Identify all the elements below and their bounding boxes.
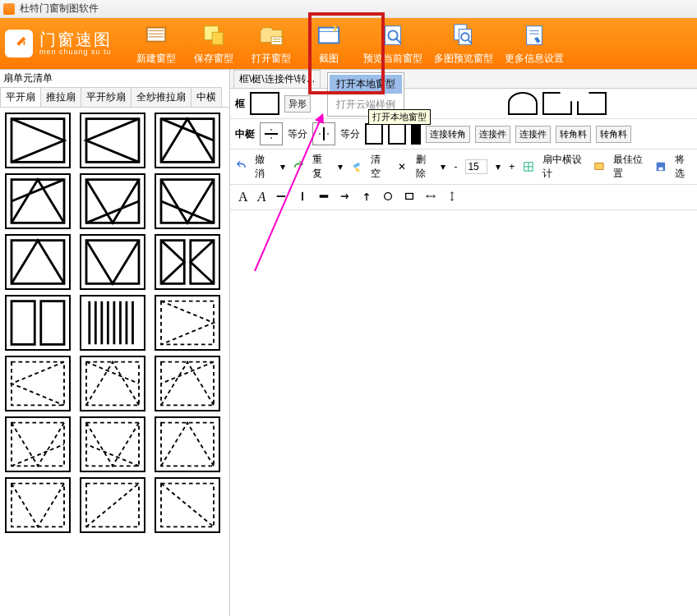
- shape-dash-diag[interactable]: [80, 477, 145, 533]
- arrow-vert[interactable]: [361, 191, 372, 205]
- shan-design-icon[interactable]: [523, 160, 534, 173]
- shape-tilt-left[interactable]: [155, 113, 220, 168]
- draw-toolbar: A A: [230, 185, 697, 210]
- shape-tilt-down2[interactable]: [155, 173, 220, 229]
- shape-tilt-down[interactable]: [80, 173, 145, 229]
- connector-button[interactable]: 连接件: [475, 126, 510, 143]
- tab-quan-sha[interactable]: 全纱推拉扇: [131, 87, 192, 107]
- brand-logo: 门窗速图 men chuang su tu: [5, 30, 112, 57]
- save-window-button[interactable]: 保存窗型: [191, 22, 237, 66]
- svg-rect-34: [595, 163, 603, 170]
- mullion-bar[interactable]: [411, 123, 421, 145]
- mullion-vert[interactable]: [312, 122, 335, 145]
- shape-slats[interactable]: [80, 295, 145, 351]
- right-tab-frame[interactable]: 框\梃\连接件\转...: [233, 70, 321, 88]
- best-pos-icon[interactable]: [593, 160, 605, 173]
- canvas[interactable]: [230, 210, 697, 616]
- undo-label[interactable]: 撤消: [255, 153, 272, 181]
- tab-ping-kai[interactable]: 平开扇: [0, 87, 41, 107]
- mullion-sample1[interactable]: [365, 123, 383, 145]
- shape-tilt-right[interactable]: [5, 173, 71, 229]
- shape-dash-down[interactable]: [5, 477, 71, 533]
- menu-open-local[interactable]: 打开本地窗型: [330, 75, 402, 94]
- frame-yixing-button[interactable]: 异形: [284, 95, 311, 113]
- svg-rect-36: [659, 168, 663, 170]
- shape-dash-diag2[interactable]: [155, 477, 220, 533]
- svg-rect-24: [12, 362, 64, 406]
- connect-corner-button[interactable]: 连接转角: [426, 126, 470, 143]
- text-Ai-button[interactable]: A: [258, 190, 266, 205]
- shape-vertical-slat[interactable]: [5, 295, 71, 351]
- arrow-horiz[interactable]: [339, 191, 351, 205]
- corner-material-button[interactable]: 转角料: [556, 126, 591, 143]
- best-pos-label[interactable]: 最佳位置: [613, 153, 648, 181]
- frame-trapezoid-right[interactable]: [473, 92, 503, 115]
- redo-icon[interactable]: [293, 160, 305, 173]
- mullion-equal1[interactable]: 等分: [288, 127, 307, 141]
- shape-left-open[interactable]: [5, 113, 71, 168]
- rect-tool[interactable]: [404, 191, 415, 205]
- line-solid[interactable]: [275, 191, 287, 205]
- shape-dash-up[interactable]: [155, 416, 220, 472]
- mullion-sample2[interactable]: [388, 123, 406, 145]
- brand-name-cn: 门窗速图: [39, 30, 112, 48]
- svg-rect-20: [191, 241, 214, 284]
- save-icon2[interactable]: [655, 160, 667, 173]
- svg-rect-21: [12, 301, 35, 345]
- frame-Lshape[interactable]: [542, 92, 572, 115]
- svg-rect-38: [406, 193, 413, 199]
- arrow-both[interactable]: [425, 191, 436, 205]
- text-A-button[interactable]: A: [238, 190, 248, 205]
- open-window-button[interactable]: 打开窗型: [248, 22, 294, 66]
- clear-icon[interactable]: [351, 160, 362, 173]
- tab-sha[interactable]: 平开纱扇: [81, 87, 132, 107]
- shape-hinge2[interactable]: [80, 234, 145, 290]
- more-settings-button[interactable]: 更多信息设置: [505, 22, 564, 66]
- svg-rect-0: [147, 27, 166, 41]
- svg-point-37: [385, 192, 392, 200]
- svg-rect-30: [12, 484, 64, 527]
- delete-icon[interactable]: ✕: [396, 160, 408, 173]
- shape-right-open[interactable]: [80, 113, 145, 168]
- tab-tui-la[interactable]: 推拉扇: [40, 87, 81, 107]
- number-input[interactable]: 15: [465, 159, 487, 174]
- mullion-equal2[interactable]: 等分: [340, 127, 360, 141]
- line-thick[interactable]: [318, 191, 330, 205]
- circle-tool[interactable]: [382, 191, 394, 205]
- connector2-button[interactable]: 连接件: [515, 126, 551, 143]
- edit-toolbar: 撤消 ▾ 重复 ▾ 清空 ✕ 删除 ▾ - 15 ▾ + 扇中横设计 最佳位置 …: [230, 149, 697, 185]
- delete-label[interactable]: 删除: [416, 153, 433, 181]
- screenshot-button[interactable]: 截图: [306, 22, 352, 66]
- shape-dash-bl[interactable]: [5, 416, 71, 472]
- frame-trapezoid-left[interactable]: [439, 92, 469, 115]
- new-window-button[interactable]: 新建窗型: [133, 22, 179, 66]
- shape-dash-br[interactable]: [80, 416, 145, 472]
- preview-current-button[interactable]: 预览当前窗型: [363, 22, 422, 66]
- undo-icon[interactable]: [235, 160, 247, 173]
- frame-Lshape-mirror[interactable]: [577, 92, 607, 115]
- svg-rect-19: [161, 241, 184, 284]
- clear-label[interactable]: 清空: [371, 153, 388, 181]
- line-vert[interactable]: [297, 191, 308, 205]
- svg-rect-12: [86, 119, 139, 163]
- shapes-grid: [0, 108, 229, 616]
- shape-double-slide[interactable]: [155, 234, 220, 290]
- shape-dash-left[interactable]: [155, 295, 220, 351]
- shape-dash-tr[interactable]: [155, 356, 220, 411]
- extra-label[interactable]: 将选: [675, 153, 692, 181]
- shape-dash-tl[interactable]: [80, 356, 145, 411]
- redo-label[interactable]: 重复: [312, 153, 330, 181]
- shape-dash-right[interactable]: [5, 356, 71, 411]
- shape-hinge[interactable]: [5, 234, 71, 290]
- corner-material2-button[interactable]: 转角料: [596, 126, 631, 143]
- shan-design-label[interactable]: 扇中横设计: [542, 153, 585, 181]
- frame-arch[interactable]: [508, 92, 538, 115]
- arrow-updown[interactable]: [446, 191, 458, 205]
- multi-preview-button[interactable]: 多图预览窗型: [434, 22, 493, 66]
- mullion-horiz[interactable]: [260, 122, 283, 145]
- svg-rect-16: [161, 180, 214, 223]
- frame-rect[interactable]: [250, 92, 279, 115]
- tab-zhong-heng[interactable]: 中横: [191, 87, 222, 107]
- tooltip: 打开本地窗型: [368, 109, 431, 125]
- svg-rect-11: [12, 119, 64, 163]
